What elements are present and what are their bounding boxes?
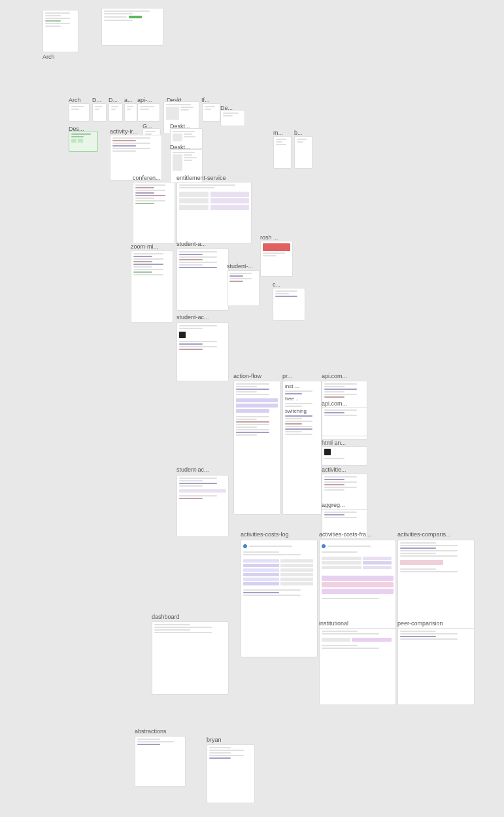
card-conference[interactable]	[133, 182, 175, 244]
label-aggreg: aggreg...	[322, 502, 345, 508]
label-m1: m...	[273, 130, 283, 136]
card-student-b[interactable]	[227, 270, 260, 306]
label-student-ac1: student-ac...	[176, 314, 209, 321]
card-arch1[interactable]	[42, 10, 78, 52]
card-dashboard[interactable]	[152, 621, 229, 695]
card-html-an[interactable]	[322, 446, 367, 466]
label-if1: If...	[201, 97, 210, 103]
card-student-ac1[interactable]	[176, 322, 229, 381]
card-bryan[interactable]	[207, 744, 255, 803]
card-activities-costs-log[interactable]	[241, 540, 318, 657]
card-c1[interactable]	[273, 288, 305, 321]
label-activities1: activitie...	[322, 466, 346, 473]
card-m1[interactable]	[273, 136, 292, 169]
label-c1: c...	[273, 281, 280, 288]
label-action-flow: action-flow	[233, 373, 261, 379]
label-b1: b...	[294, 130, 303, 136]
card-api-com2[interactable]	[322, 407, 367, 436]
label-d2: D...	[109, 97, 118, 103]
label-api1: api-...	[137, 97, 152, 103]
card-peer-comparision[interactable]	[397, 628, 475, 705]
label-peer-comparision: peer-comparision	[397, 620, 443, 627]
label-pr1: pr...	[282, 373, 292, 379]
free-label: free ...	[285, 396, 319, 402]
card-zoom-mi[interactable]	[131, 251, 173, 322]
label-conference: conferen...	[133, 175, 161, 181]
label-student-ac2: student-ac...	[176, 466, 209, 473]
label-html-an: html an...	[322, 440, 346, 446]
card-if1[interactable]	[202, 103, 220, 122]
card-desksmall1[interactable]	[69, 131, 98, 152]
label-abstractions: abstractions	[135, 728, 167, 735]
card-api1[interactable]	[137, 103, 160, 122]
card-abstractions[interactable]	[135, 736, 186, 787]
card-student-ac2[interactable]	[176, 475, 229, 537]
label-api-com1: api.com...	[322, 373, 347, 379]
card-a1[interactable]	[124, 103, 137, 122]
label-student-a1: student-a...	[176, 241, 206, 247]
label-activities-costs-log: activities-costs-log	[241, 531, 289, 538]
label-activities-comparis: activities-comparis...	[397, 531, 451, 538]
label-api-com2: api.com...	[322, 400, 347, 407]
label-arch2: Arch	[69, 97, 81, 103]
card-activity-ir[interactable]	[110, 135, 162, 181]
label-arch1: Arch	[42, 54, 55, 60]
card-institutional[interactable]	[319, 628, 396, 705]
card-activities-comparis[interactable]	[397, 540, 475, 631]
main-canvas: Arch Arch D... D... a... api-... Deskt..…	[0, 0, 504, 817]
label-rosh: rosh ...	[260, 234, 278, 241]
card-activities-costs-fra[interactable]	[319, 540, 396, 631]
card-action-flow[interactable]	[233, 381, 280, 515]
card-d1[interactable]	[92, 103, 107, 122]
card-arch-top2[interactable]	[101, 8, 163, 46]
label-institutional: institutional	[319, 620, 348, 627]
card-arch2[interactable]	[69, 103, 90, 122]
label-zoom-mi: zoom-mi...	[131, 243, 158, 250]
label-a1: a...	[124, 97, 133, 103]
card-de1[interactable]	[220, 110, 245, 126]
label-entitlement: entitlement-service	[176, 175, 226, 181]
label-student-b: student-...	[227, 263, 253, 269]
card-d2[interactable]	[109, 103, 123, 122]
label-bryan: bryan	[207, 737, 222, 743]
label-activity-ir: activity-ir...	[110, 128, 138, 135]
card-student-a1[interactable]	[176, 249, 229, 311]
card-b1[interactable]	[294, 136, 312, 169]
card-pr1[interactable]: inst ... free ... switching	[282, 381, 322, 515]
switching-label: switching	[285, 408, 319, 414]
label-d1: D...	[92, 97, 101, 103]
label-dashboard: dashboard	[152, 614, 180, 620]
label-activities-costs-fra: activities-costs-fra...	[319, 531, 371, 538]
card-entitlement[interactable]	[176, 182, 252, 244]
card-rosh[interactable]	[260, 241, 293, 277]
inst-label: inst ...	[285, 383, 319, 389]
